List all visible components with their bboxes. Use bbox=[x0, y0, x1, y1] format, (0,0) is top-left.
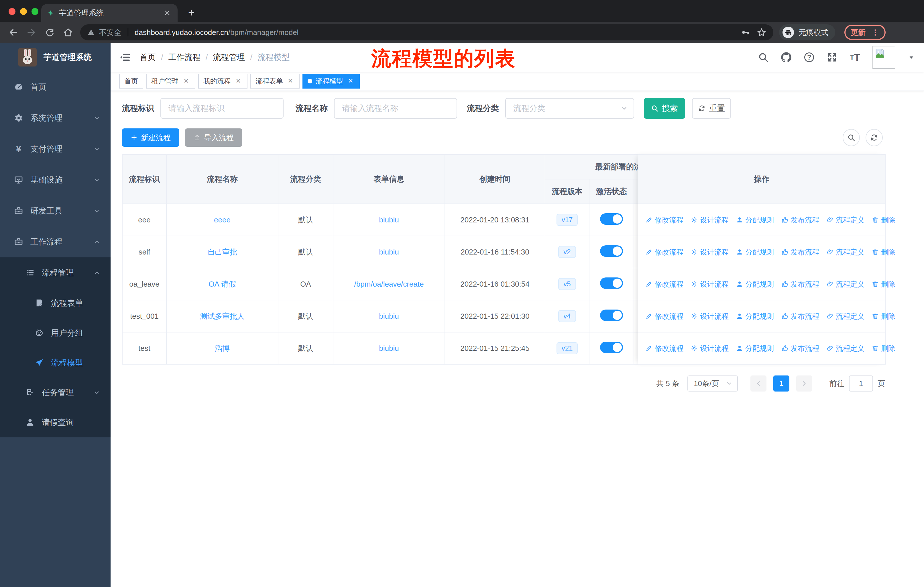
assign-action-link[interactable]: 分配规则 bbox=[736, 247, 774, 257]
form-link[interactable]: /bpm/oa/leave/create bbox=[354, 280, 424, 288]
close-icon[interactable]: ✕ bbox=[234, 77, 242, 85]
prev-page-button[interactable] bbox=[751, 375, 766, 392]
reload-icon[interactable] bbox=[43, 26, 56, 39]
version-badge[interactable]: v4 bbox=[558, 310, 576, 322]
sidebar-item-system[interactable]: 系统管理 bbox=[0, 103, 111, 134]
breadcrumb-home[interactable]: 首页 bbox=[140, 52, 156, 63]
home-icon[interactable] bbox=[62, 26, 74, 39]
assign-action-link[interactable]: 分配规则 bbox=[736, 215, 774, 225]
edit-action-link[interactable]: 修改流程 bbox=[645, 344, 683, 353]
category-select[interactable]: 流程分类 bbox=[505, 98, 634, 119]
form-link[interactable]: biubiu bbox=[379, 248, 399, 256]
publish-action-link[interactable]: 发布流程 bbox=[781, 279, 819, 289]
breadcrumb-process-management[interactable]: 流程管理 bbox=[213, 52, 245, 63]
delete-action-link[interactable]: 删除 bbox=[872, 279, 895, 289]
edit-action-link[interactable]: 修改流程 bbox=[645, 312, 683, 321]
header-search-icon[interactable] bbox=[758, 52, 769, 63]
definition-action-link[interactable]: 流程定义 bbox=[827, 312, 865, 321]
sidebar-item-leave-query[interactable]: 请假查询 bbox=[0, 408, 111, 437]
tag-process-form[interactable]: 流程表单✕ bbox=[250, 74, 300, 89]
sidebar-item-payment[interactable]: ¥ 支付管理 bbox=[0, 134, 111, 165]
publish-action-link[interactable]: 发布流程 bbox=[781, 215, 819, 225]
sidebar-item-process-model[interactable]: 流程模型 bbox=[0, 348, 111, 378]
close-icon[interactable]: ✕ bbox=[346, 77, 355, 85]
font-size-icon[interactable]: TT bbox=[850, 52, 860, 63]
design-action-link[interactable]: 设计流程 bbox=[691, 312, 729, 321]
process-name-link[interactable]: 自己审批 bbox=[207, 248, 237, 256]
current-page[interactable]: 1 bbox=[773, 375, 789, 392]
sidebar-item-infrastructure[interactable]: 基础设施 bbox=[0, 165, 111, 195]
new-tab-button[interactable]: + bbox=[185, 7, 198, 19]
design-action-link[interactable]: 设计流程 bbox=[691, 344, 729, 353]
sidebar-item-process-form[interactable]: 流程表单 bbox=[0, 288, 111, 318]
edit-action-link[interactable]: 修改流程 bbox=[645, 279, 683, 289]
sidebar-item-dev-tools[interactable]: 研发工具 bbox=[0, 195, 111, 227]
hamburger-icon[interactable] bbox=[119, 51, 130, 63]
version-badge[interactable]: v17 bbox=[556, 214, 578, 226]
key-icon[interactable] bbox=[741, 28, 750, 37]
process-name-link[interactable]: eeee bbox=[214, 215, 231, 224]
address-bar[interactable]: 不安全 dashboard.yudao.iocoder.cn/bpm/manag… bbox=[80, 24, 773, 40]
active-toggle[interactable] bbox=[600, 278, 623, 289]
window-close-button[interactable] bbox=[8, 8, 15, 15]
delete-action-link[interactable]: 删除 bbox=[872, 247, 895, 257]
breadcrumb-workflow[interactable]: 工作流程 bbox=[168, 52, 201, 63]
delete-action-link[interactable]: 删除 bbox=[872, 344, 895, 353]
process-key-input[interactable] bbox=[160, 98, 284, 119]
bookmark-star-icon[interactable] bbox=[757, 28, 766, 37]
design-action-link[interactable]: 设计流程 bbox=[691, 279, 729, 289]
form-link[interactable]: biubiu bbox=[379, 215, 399, 224]
reset-button[interactable]: 重置 bbox=[692, 98, 731, 119]
definition-action-link[interactable]: 流程定义 bbox=[827, 215, 865, 225]
definition-action-link[interactable]: 流程定义 bbox=[827, 279, 865, 289]
active-toggle[interactable] bbox=[600, 342, 623, 353]
active-toggle[interactable] bbox=[600, 309, 623, 321]
next-page-button[interactable] bbox=[796, 375, 812, 392]
definition-action-link[interactable]: 流程定义 bbox=[827, 247, 865, 257]
active-toggle[interactable] bbox=[600, 245, 623, 257]
design-action-link[interactable]: 设计流程 bbox=[691, 247, 729, 257]
goto-page-input[interactable] bbox=[849, 375, 873, 392]
tab-close-icon[interactable] bbox=[163, 8, 172, 18]
page-size-select[interactable]: 10条/页 bbox=[687, 375, 738, 392]
fullscreen-icon[interactable] bbox=[827, 52, 838, 63]
help-icon[interactable]: ? bbox=[804, 52, 815, 63]
back-icon[interactable] bbox=[7, 26, 20, 39]
forward-icon[interactable] bbox=[25, 26, 38, 39]
process-name-input[interactable] bbox=[334, 98, 457, 119]
tag-home[interactable]: 首页 bbox=[119, 74, 143, 89]
import-process-button[interactable]: 导入流程 bbox=[185, 128, 242, 147]
assign-action-link[interactable]: 分配规则 bbox=[736, 279, 774, 289]
search-button[interactable]: 搜索 bbox=[644, 98, 685, 119]
tag-my-process[interactable]: 我的流程✕ bbox=[198, 74, 248, 89]
create-process-button[interactable]: 新建流程 bbox=[122, 128, 179, 147]
publish-action-link[interactable]: 发布流程 bbox=[781, 312, 819, 321]
definition-action-link[interactable]: 流程定义 bbox=[827, 344, 865, 353]
close-icon[interactable]: ✕ bbox=[286, 77, 294, 85]
browser-update-button[interactable]: 更新 ⋮ bbox=[844, 25, 886, 40]
caret-down-icon[interactable] bbox=[908, 53, 916, 61]
process-name-link[interactable]: 测试多审批人 bbox=[200, 312, 244, 321]
github-icon[interactable] bbox=[781, 52, 792, 63]
avatar[interactable] bbox=[873, 46, 895, 69]
active-toggle[interactable] bbox=[600, 213, 623, 225]
window-minimize-button[interactable] bbox=[20, 8, 27, 15]
sidebar-item-task-management[interactable]: 任务管理 bbox=[0, 378, 111, 408]
version-badge[interactable]: v5 bbox=[558, 278, 576, 290]
browser-menu-icon[interactable]: ⋮ bbox=[871, 28, 879, 37]
toggle-search-button[interactable] bbox=[843, 129, 860, 146]
assign-action-link[interactable]: 分配规则 bbox=[736, 344, 774, 353]
publish-action-link[interactable]: 发布流程 bbox=[781, 247, 819, 257]
form-link[interactable]: biubiu bbox=[379, 312, 399, 321]
tag-tenant[interactable]: 租户管理✕ bbox=[146, 74, 195, 89]
sidebar-item-workflow[interactable]: 工作流程 bbox=[0, 227, 111, 257]
version-badge[interactable]: v21 bbox=[556, 342, 578, 354]
refresh-table-button[interactable] bbox=[866, 129, 883, 146]
delete-action-link[interactable]: 删除 bbox=[872, 215, 895, 225]
sidebar-item-user-group[interactable]: 用户分组 bbox=[0, 318, 111, 348]
process-name-link[interactable]: 滔博 bbox=[215, 344, 230, 352]
close-icon[interactable]: ✕ bbox=[182, 77, 190, 85]
publish-action-link[interactable]: 发布流程 bbox=[781, 344, 819, 353]
form-link[interactable]: biubiu bbox=[379, 344, 399, 352]
browser-tab[interactable]: 芋道管理系统 bbox=[41, 4, 178, 22]
